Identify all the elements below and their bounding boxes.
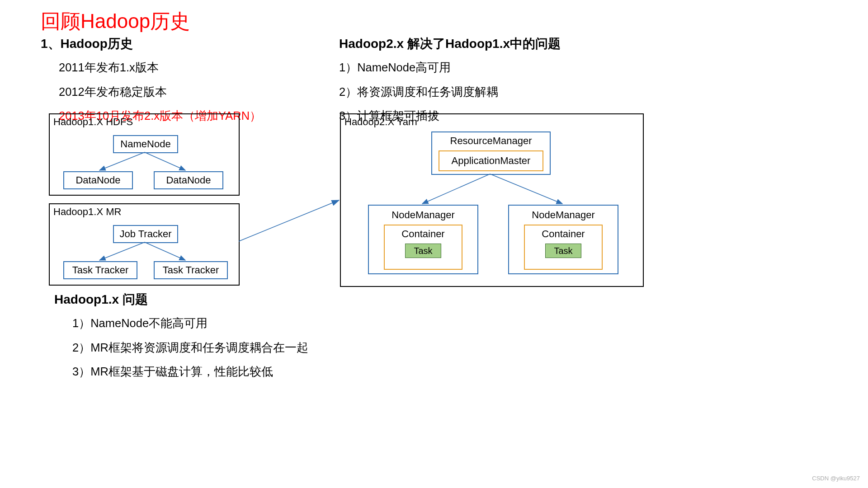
svg-line-3 [145,242,185,260]
svg-line-0 [99,152,145,170]
diagram-hdfs-title: Hadoop1.X HDFS [53,116,133,128]
history-line-1: 2011年发布1.x版本 [59,59,321,77]
container-label-2: Container [542,228,585,240]
nodemanager-box-1: NodeManager Container Task [368,205,478,274]
slide: 回顾Hadoop历史 1、Hadoop历史 2011年发布1.x版本 2012年… [0,0,868,488]
history-line-2: 2012年发布稳定版本 [59,83,321,101]
svg-line-2 [99,242,145,260]
hadoop1-problems: Hadoop1.x 问题 1）NameNode不能高可用 2）MR框架将资源调度… [54,291,335,387]
diagram-mr: Hadoop1.X MR Job Tracker Task Tracker Ta… [49,203,240,286]
resourcemanager-box: ResourceManager ApplicationMaster [431,131,551,175]
container-box-1: Container Task [384,225,462,270]
container-label-1: Container [401,228,444,240]
watermark: CSDN @yiku9527 [812,475,860,482]
container-box-2: Container Task [524,225,603,270]
nodemanager-label-2: NodeManager [532,209,594,221]
svg-line-4 [239,200,339,241]
jobtracker-box: Job Tracker [113,225,178,243]
solve-line-1: 1）NameNode高可用 [339,59,646,77]
problem-line-3: 3）MR框架基于磁盘计算，性能比较低 [72,363,335,381]
diagram-yarn-title: Hadoop2.X Yarn [344,116,417,128]
problem-line-1: 1）NameNode不能高可用 [72,314,335,333]
diagram-yarn: Hadoop2.X Yarn ResourceManager Applicati… [340,113,644,287]
applicationmaster-box: ApplicationMaster [439,150,543,171]
diagram-hdfs: Hadoop1.X HDFS NameNode DataNode DataNod… [49,113,240,196]
tasktracker-box-2: Task Tracker [154,261,228,279]
datanode-box-1: DataNode [63,171,133,189]
svg-line-1 [145,152,185,170]
task-box-2: Task [545,244,581,258]
datanode-box-2: DataNode [154,171,223,189]
task-box-1: Task [405,244,441,258]
heading-hadoop1-problems: Hadoop1.x 问题 [54,291,335,308]
diagram-mr-title: Hadoop1.X MR [53,206,121,218]
svg-line-6 [490,174,562,204]
solve-line-2: 2）将资源调度和任务调度解耦 [339,83,646,101]
svg-line-5 [422,174,490,204]
nodemanager-box-2: NodeManager Container Task [508,205,618,274]
resourcemanager-label: ResourceManager [450,135,532,147]
page-title: 回顾Hadoop历史 [41,8,190,35]
problem-line-2: 2）MR框架将资源调度和任务调度耦合在一起 [72,339,335,357]
namenode-box: NameNode [113,135,178,153]
nodemanager-label-1: NodeManager [392,209,454,221]
heading-hadoop-history: 1、Hadoop历史 [41,35,321,52]
tasktracker-box-1: Task Tracker [63,261,137,279]
heading-hadoop2-solves: Hadoop2.x 解决了Hadoop1.x中的问题 [339,35,646,52]
